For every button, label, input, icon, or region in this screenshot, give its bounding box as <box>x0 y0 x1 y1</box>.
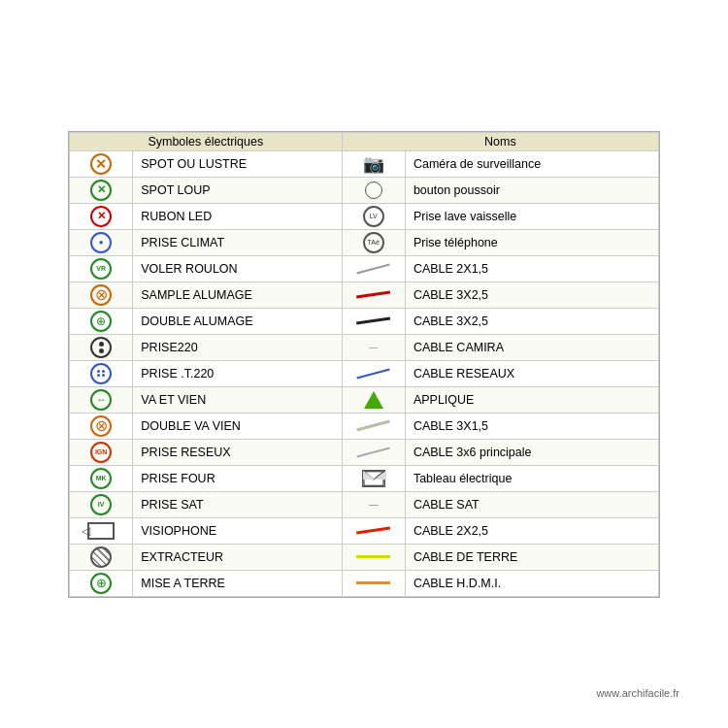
table-row: ✕ SPOT LOUP bouton poussoir <box>70 177 659 203</box>
name-cell: VOLER ROULON <box>133 255 342 281</box>
envelope-icon <box>362 470 385 487</box>
name-cell-right: CABLE 3X2,5 <box>405 308 658 334</box>
ta-circle-icon: TAé <box>356 232 391 253</box>
symbol-cell-right: 📷 <box>342 150 405 177</box>
symbol-cell: ⊗ <box>70 281 133 308</box>
name-cell: EXTRACTEUR <box>133 544 342 570</box>
prise-climat-icon: ● <box>83 232 118 253</box>
camera-icon: 📷 <box>356 153 391 175</box>
symbol-cell-right <box>342 439 405 465</box>
symbol-cell: ● <box>70 229 133 255</box>
sample-alumage-icon: ⊗ <box>83 284 118 306</box>
symbol-cell: ✕ <box>70 150 133 177</box>
visiophone-icon: ◁ <box>83 520 118 542</box>
name-cell: RUBON LED <box>133 203 342 229</box>
name-cell: SAMPLE ALUMAGE <box>133 281 342 308</box>
symbol-table: Symboles électriques Noms ✕ SPOT OU LUST… <box>69 132 659 597</box>
symbol-cell-right <box>342 544 405 570</box>
table-row: ⊕ MISE A TERRE CABLE H.D.M.I. <box>70 570 659 596</box>
prise220-icon <box>83 337 118 358</box>
name-cell-right: CABLE DE TERRE <box>405 544 658 570</box>
symbol-cell: ⊕ <box>70 570 133 596</box>
prise-sat-icon: IV <box>83 494 118 515</box>
symbol-cell: VR <box>70 255 133 281</box>
symbol-cell: ⊕ <box>70 308 133 334</box>
name-cell-right: CABLE SAT <box>405 491 658 517</box>
name-cell-right: CABLE 3X1,5 <box>405 413 658 439</box>
name-cell-right: Prise téléphone <box>405 229 658 255</box>
cable-2x15-icon <box>356 258 391 280</box>
cable-camira-icon: — <box>356 337 391 358</box>
lv-circle-icon: LV <box>356 206 391 227</box>
symbol-cell-right <box>342 386 405 413</box>
mise-a-terre-icon: ⊕ <box>83 573 118 594</box>
symbol-cell-right: — <box>342 334 405 360</box>
symbol-cell-right <box>342 517 405 544</box>
name-cell-right: CABLE CAMIRA <box>405 334 658 360</box>
symbol-cell-right <box>342 465 405 491</box>
cable-3x25-red-icon <box>356 284 391 306</box>
table-row: ✕ RUBON LED LV Prise lave vaisselle <box>70 203 659 229</box>
symbol-cell: MK <box>70 465 133 491</box>
symbol-cell-right <box>342 413 405 439</box>
table-row: IV PRISE SAT — CABLE SAT <box>70 491 659 517</box>
symbol-cell-right: LV <box>342 203 405 229</box>
cable-3x25-black-icon <box>356 311 391 332</box>
spot-lustre-icon: ✕ <box>83 153 118 175</box>
table-row: ⊕ DOUBLE ALUMAGE CABLE 3X2,5 <box>70 308 659 334</box>
table-row: IGN PRISE RESEUX CABLE 3x6 principale <box>70 439 659 465</box>
name-cell: PRISE .T.220 <box>133 360 342 386</box>
prise-reseux-icon: IGN <box>83 442 118 463</box>
name-cell: SPOT LOUP <box>133 177 342 203</box>
table-row: EXTRACTEUR CABLE DE TERRE <box>70 544 659 570</box>
symbol-cell <box>70 334 133 360</box>
symbol-cell-right <box>342 177 405 203</box>
symbol-cell <box>70 360 133 386</box>
open-circle-icon <box>356 180 391 201</box>
symbol-cell: IGN <box>70 439 133 465</box>
name-cell-right: Prise lave vaisselle <box>405 203 658 229</box>
symbol-cell-right <box>342 308 405 334</box>
table-row: PRISE220 — CABLE CAMIRA <box>70 334 659 360</box>
name-cell-right: APPLIQUE <box>405 386 658 413</box>
name-cell-right: Caméra de surveillance <box>405 150 658 177</box>
table-row: ⊗ DOUBLE VA VIEN CABLE 3X1,5 <box>70 413 659 439</box>
symbol-cell-right <box>342 281 405 308</box>
table-row: ● PRISE CLIMAT TAé Prise téléphone <box>70 229 659 255</box>
table-row: PRISE .T.220 CABLE RESEAUX <box>70 360 659 386</box>
table-row: ↔ VA ET VIEN APPLIQUE <box>70 386 659 413</box>
symbol-cell-right <box>342 360 405 386</box>
table-wrapper: Symboles électriques Noms ✕ SPOT OU LUST… <box>68 131 660 598</box>
symbol-cell <box>70 544 133 570</box>
name-cell-right: CABLE 2X1,5 <box>405 255 658 281</box>
name-cell-right: CABLE 3x6 principale <box>405 439 658 465</box>
symbol-cell-right <box>342 255 405 281</box>
name-cell-right: CABLE H.D.M.I. <box>405 570 658 596</box>
name-cell: PRISE FOUR <box>133 465 342 491</box>
double-alumage-icon: ⊕ <box>83 311 118 332</box>
table-row: MK PRISE FOUR <box>70 465 659 491</box>
spot-loup-icon: ✕ <box>83 180 118 201</box>
symbol-cell: ✕ <box>70 203 133 229</box>
cable-2x25-icon <box>356 520 391 542</box>
symbol-cell-right: — <box>342 491 405 517</box>
name-cell: MISE A TERRE <box>133 570 342 596</box>
svg-rect-0 <box>364 471 383 485</box>
symbol-cell-right <box>342 570 405 596</box>
symbol-cell: ↔ <box>70 386 133 413</box>
voler-roulon-icon: VR <box>83 258 118 280</box>
name-cell: DOUBLE ALUMAGE <box>133 308 342 334</box>
name-cell-right: bouton poussoir <box>405 177 658 203</box>
table-row: VR VOLER ROULON CABLE 2X1,5 <box>70 255 659 281</box>
header-left: Symboles électriques <box>70 132 343 150</box>
symbol-cell: ✕ <box>70 177 133 203</box>
cable-sat-icon: — <box>356 494 391 515</box>
name-cell: VA ET VIEN <box>133 386 342 413</box>
name-cell: PRISE RESEUX <box>133 439 342 465</box>
symbol-cell-right: TAé <box>342 229 405 255</box>
footer: www.archifacile.fr <box>596 687 679 699</box>
symbol-cell: IV <box>70 491 133 517</box>
va-et-vien-icon: ↔ <box>83 389 118 411</box>
extracteur-icon <box>83 546 118 568</box>
name-cell: VISIOPHONE <box>133 517 342 544</box>
